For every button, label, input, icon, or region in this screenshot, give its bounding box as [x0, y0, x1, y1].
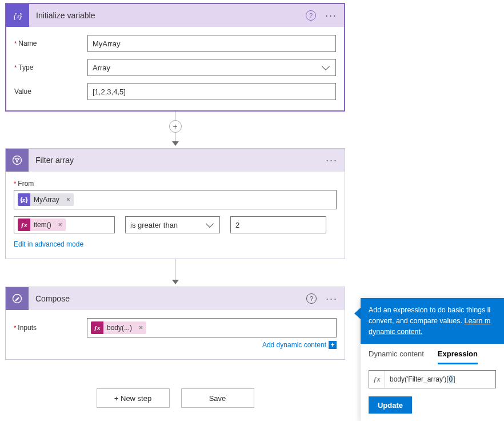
condition-right-input[interactable]: 2 [230, 216, 326, 233]
popup-tabs: Dynamic content Expression [361, 344, 504, 364]
expression-token[interactable]: ƒx item() × [18, 219, 66, 231]
expression-popup: Add an expression to do basic things li … [361, 298, 504, 421]
card-header[interactable]: {𝑥} Initialize variable ? ··· [6, 4, 344, 27]
name-input[interactable]: MyArray [87, 35, 336, 52]
more-menu-button[interactable]: ··· [326, 293, 338, 305]
expression-token[interactable]: ƒx body(...) × [91, 321, 146, 334]
plus-badge-icon: + [329, 341, 337, 349]
tab-expression[interactable]: Expression [438, 349, 478, 364]
add-dynamic-content-link[interactable]: Add dynamic content + [14, 341, 337, 349]
arrow-down-icon [172, 280, 179, 284]
fx-icon: ƒx [369, 371, 385, 388]
fx-icon: ƒx [18, 219, 30, 231]
fx-icon: ƒx [91, 321, 103, 334]
connector [172, 259, 179, 284]
tab-dynamic-content[interactable]: Dynamic content [369, 349, 424, 364]
footer-actions: + New step Save [97, 388, 254, 408]
token-remove-button[interactable]: × [63, 196, 74, 204]
condition-left-input[interactable]: ƒx item() × [14, 216, 115, 233]
card-header[interactable]: Compose ? ··· [6, 287, 345, 310]
arrow-down-icon [172, 141, 179, 146]
learn-more-link[interactable]: dynamic content. [369, 328, 423, 336]
connector: + [169, 112, 182, 146]
token-remove-button[interactable]: × [55, 221, 66, 229]
card-body: From {𝑥} MyArray × ƒx item() × [6, 172, 345, 259]
condition-row: ƒx item() × is greater than 2 [14, 216, 337, 233]
help-icon[interactable]: ? [306, 293, 317, 304]
inputs-input[interactable]: ƒx body(...) × [87, 318, 337, 337]
value-label: Value [14, 88, 87, 96]
expression-input[interactable]: ƒx body('Filter_array')[0] [369, 370, 496, 388]
card-title: Compose [29, 294, 306, 303]
initialize-variable-card: {𝑥} Initialize variable ? ··· Name MyArr… [5, 3, 345, 112]
svg-point-1 [13, 156, 22, 165]
popup-description: Add an expression to do basic things li … [361, 298, 504, 344]
from-input[interactable]: {𝑥} MyArray × [14, 190, 337, 209]
card-title: Filter array [29, 156, 326, 165]
learn-more-link[interactable]: Learn m [464, 317, 490, 325]
filter-icon [6, 149, 29, 172]
chevron-down-icon [206, 220, 214, 228]
add-step-inline-button[interactable]: + [169, 120, 182, 133]
compose-card: Compose ? ··· Inputs ƒx body(...) × [5, 287, 345, 360]
type-label: Type [14, 63, 87, 72]
from-label: From [14, 180, 87, 188]
card-body: Name MyArray Type Array Value [1,2,3,4,5… [6, 27, 344, 110]
new-step-button[interactable]: + New step [97, 388, 170, 408]
expression-text: body('Filter_array')[0] [385, 375, 460, 383]
svg-text:{𝑥}: {𝑥} [14, 11, 22, 20]
variable-icon: {𝑥} [6, 4, 29, 27]
advanced-mode-link[interactable]: Edit in advanced mode [14, 240, 83, 248]
variable-token[interactable]: {𝑥} MyArray × [18, 193, 74, 206]
type-select[interactable]: Array [87, 59, 336, 76]
help-icon[interactable]: ? [306, 10, 316, 21]
variable-icon: {𝑥} [18, 193, 30, 206]
update-button[interactable]: Update [369, 396, 412, 414]
token-remove-button[interactable]: × [135, 324, 146, 332]
compose-icon [6, 287, 29, 310]
card-header[interactable]: Filter array ··· [6, 149, 345, 172]
inputs-label: Inputs [14, 324, 87, 332]
more-menu-button[interactable]: ··· [325, 10, 337, 22]
filter-array-card: Filter array ··· From {𝑥} MyArray × [5, 148, 345, 259]
save-button[interactable]: Save [181, 388, 254, 408]
popup-caret-icon [354, 308, 361, 319]
condition-operator-select[interactable]: is greater than [125, 216, 220, 233]
chevron-down-icon [322, 62, 330, 70]
name-label: Name [14, 39, 87, 47]
more-menu-button[interactable]: ··· [326, 154, 338, 166]
card-title: Initialize variable [29, 11, 306, 20]
card-body: Inputs ƒx body(...) × Add dynamic conten… [6, 310, 345, 359]
value-input[interactable]: [1,2,3,4,5] [87, 83, 336, 100]
